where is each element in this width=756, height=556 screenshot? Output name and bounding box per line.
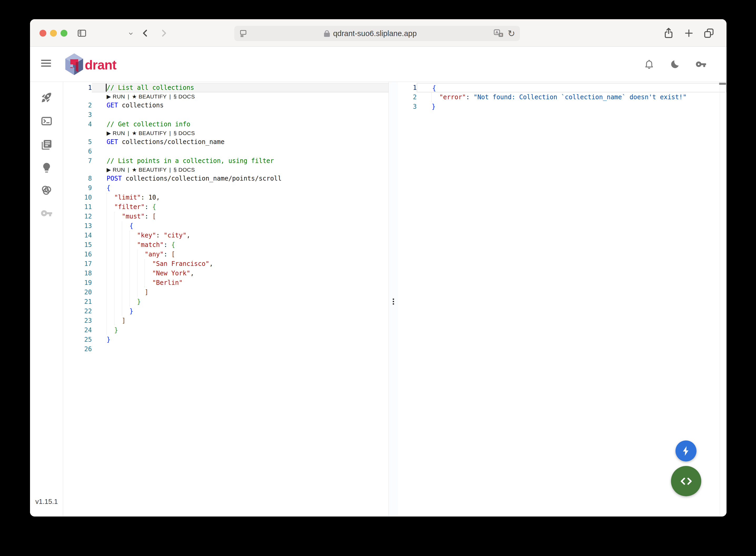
sidebar-item-datasets[interactable] bbox=[40, 138, 53, 151]
code-content[interactable]: // List points in a collection, using fi… bbox=[92, 156, 389, 166]
code-line[interactable]: 1// List all collections bbox=[64, 83, 389, 93]
code-content[interactable]: } bbox=[92, 335, 389, 344]
run-action[interactable]: ▶ RUN bbox=[107, 167, 125, 173]
back-button[interactable] bbox=[140, 28, 151, 38]
code-line[interactable]: 12 "must": [ bbox=[64, 212, 389, 221]
code-line[interactable]: 3} bbox=[398, 102, 726, 111]
code-line[interactable]: 9{ bbox=[64, 183, 389, 193]
indent-guide bbox=[107, 278, 107, 287]
run-action[interactable]: ▶ RUN bbox=[107, 94, 125, 100]
code-line[interactable]: 26 bbox=[64, 344, 389, 354]
code-line[interactable]: 25} bbox=[64, 335, 389, 344]
code-line[interactable]: 16 "any": [ bbox=[64, 250, 389, 259]
code-line[interactable]: 19 "Berlin" bbox=[64, 278, 389, 287]
menu-button[interactable] bbox=[41, 60, 51, 67]
code-line[interactable]: 3 bbox=[64, 110, 389, 119]
beautify-action[interactable]: ★ BEAUTIFY bbox=[132, 167, 167, 173]
code-content[interactable]: "match": { bbox=[92, 240, 389, 250]
reader-view-icon[interactable] bbox=[239, 29, 247, 38]
code-line[interactable]: 5GET collections/collection_name bbox=[64, 137, 389, 147]
code-line[interactable]: 4// Get collection info bbox=[64, 119, 389, 129]
run-all-button[interactable] bbox=[676, 441, 696, 461]
code-content[interactable] bbox=[92, 344, 389, 354]
code-line[interactable]: 23 ] bbox=[64, 316, 389, 325]
address-bar[interactable]: qdrant-suo6.sliplane.app A✕ ↻ bbox=[234, 26, 520, 41]
code-content[interactable]: "key": "city", bbox=[92, 231, 389, 240]
code-content[interactable]: POST collections/collection_name/points/… bbox=[92, 174, 389, 183]
code-line[interactable]: 17 "San Francisco", bbox=[64, 259, 389, 269]
code-line[interactable]: 10 "limit": 10, bbox=[64, 193, 389, 202]
indent-guide bbox=[122, 250, 122, 259]
toggle-code-panel-button[interactable] bbox=[671, 466, 701, 496]
code-line[interactable]: 24 } bbox=[64, 325, 389, 335]
tab-overview-button[interactable] bbox=[703, 27, 715, 39]
code-content[interactable]: ] bbox=[92, 287, 389, 297]
forward-button[interactable] bbox=[158, 28, 169, 38]
translate-icon[interactable]: A✕ bbox=[494, 29, 504, 38]
beautify-action[interactable]: ★ BEAUTIFY bbox=[132, 130, 167, 136]
code-content[interactable]: // Get collection info bbox=[92, 119, 389, 129]
code-content[interactable]: GET collections/collection_name bbox=[92, 137, 389, 147]
code-line[interactable]: 20 ] bbox=[64, 287, 389, 297]
run-action[interactable]: ▶ RUN bbox=[107, 130, 125, 136]
code-line[interactable]: 8POST collections/collection_name/points… bbox=[64, 174, 389, 183]
code-content[interactable]: } bbox=[417, 102, 726, 111]
code-content[interactable]: "any": [ bbox=[92, 250, 389, 259]
docs-action[interactable]: § DOCS bbox=[174, 94, 195, 100]
code-line[interactable]: 2 "error": "Not found: Collection `colle… bbox=[398, 93, 726, 102]
theme-toggle-button[interactable] bbox=[670, 59, 680, 71]
sidebar-item-visualize[interactable] bbox=[40, 184, 53, 197]
docs-action[interactable]: § DOCS bbox=[174, 130, 195, 136]
address-text[interactable]: qdrant-suo6.sliplane.app bbox=[333, 29, 417, 38]
code-line[interactable]: 21 } bbox=[64, 297, 389, 306]
sidebar-item-welcome[interactable] bbox=[40, 91, 53, 104]
code-line[interactable]: 13 { bbox=[64, 221, 389, 231]
sidebar-item-tutorial[interactable] bbox=[40, 161, 53, 174]
request-editor[interactable]: 1// List all collections▶ RUN|★ BEAUTIFY… bbox=[64, 82, 389, 516]
code-line[interactable]: 7// List points in a collection, using f… bbox=[64, 156, 389, 166]
beautify-action[interactable]: ★ BEAUTIFY bbox=[132, 94, 167, 100]
code-content[interactable]: { bbox=[417, 83, 726, 93]
qdrant-logo[interactable]: drant bbox=[64, 54, 116, 75]
sidebar-menu-chevron[interactable] bbox=[128, 31, 134, 37]
code-content[interactable]: "New York", bbox=[92, 269, 389, 278]
code-content[interactable]: // List all collections bbox=[92, 83, 389, 93]
line-number: 24 bbox=[64, 325, 92, 335]
share-button[interactable] bbox=[662, 27, 675, 39]
sidebar-item-jwt[interactable] bbox=[40, 207, 53, 219]
reload-icon[interactable]: ↻ bbox=[508, 29, 515, 38]
minimize-window-button[interactable] bbox=[50, 30, 57, 37]
code-content[interactable]: { bbox=[92, 221, 389, 231]
close-window-button[interactable] bbox=[39, 30, 46, 37]
code-content[interactable]: { bbox=[92, 183, 389, 193]
code-line[interactable]: 11 "filter": { bbox=[64, 202, 389, 212]
new-tab-button[interactable] bbox=[683, 28, 694, 39]
code-content[interactable]: "error": "Not found: Collection `collect… bbox=[417, 93, 726, 102]
code-content[interactable]: } bbox=[92, 297, 389, 306]
code-line[interactable]: 1{ bbox=[398, 83, 726, 93]
pane-splitter[interactable] bbox=[389, 82, 398, 516]
code-line[interactable]: 18 "New York", bbox=[64, 269, 389, 278]
code-line[interactable]: 2GET collections bbox=[64, 101, 389, 110]
zoom-window-button[interactable] bbox=[61, 30, 67, 37]
code-content[interactable]: "San Francisco", bbox=[92, 259, 389, 269]
code-line[interactable]: 14 "key": "city", bbox=[64, 231, 389, 240]
api-key-button[interactable] bbox=[695, 59, 707, 71]
code-content[interactable]: } bbox=[92, 325, 389, 335]
code-content[interactable]: "filter": { bbox=[92, 202, 389, 212]
sidebar-item-console[interactable] bbox=[40, 115, 53, 128]
code-content[interactable]: "must": [ bbox=[92, 212, 389, 221]
code-content[interactable]: } bbox=[92, 306, 389, 316]
code-content[interactable]: "Berlin" bbox=[92, 278, 389, 287]
code-line[interactable]: 15 "match": { bbox=[64, 240, 389, 250]
code-content[interactable]: "limit": 10, bbox=[92, 193, 389, 202]
sidebar-toggle-button[interactable] bbox=[77, 28, 87, 38]
code-line[interactable]: 6 bbox=[64, 147, 389, 156]
docs-action[interactable]: § DOCS bbox=[174, 167, 195, 173]
notifications-button[interactable] bbox=[644, 59, 654, 71]
code-line[interactable]: 22 } bbox=[64, 306, 389, 316]
code-content[interactable] bbox=[92, 147, 389, 156]
code-content[interactable] bbox=[92, 110, 389, 119]
code-content[interactable]: GET collections bbox=[92, 101, 389, 110]
code-content[interactable]: ] bbox=[92, 316, 389, 325]
